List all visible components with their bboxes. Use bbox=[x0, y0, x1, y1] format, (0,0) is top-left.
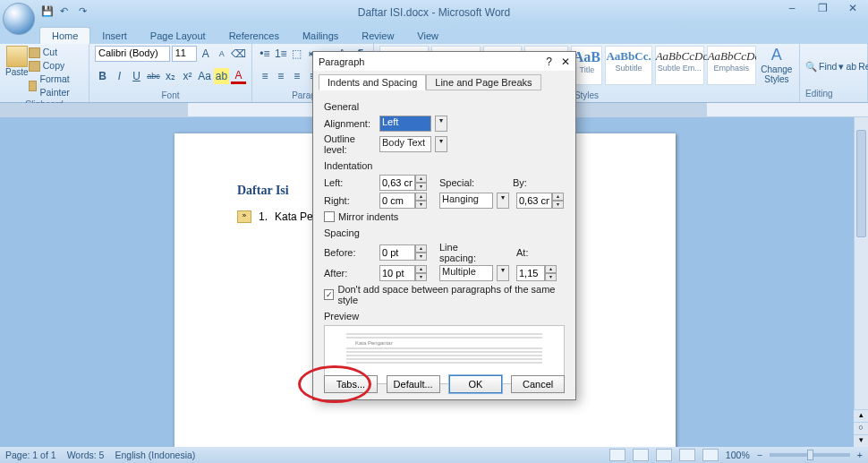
mirror-indents-check[interactable]: Mirror indents bbox=[324, 211, 565, 222]
align-left-button[interactable]: ≡ bbox=[258, 68, 272, 84]
change-case-button[interactable]: Aa bbox=[197, 68, 212, 84]
font-color-button[interactable]: A bbox=[231, 68, 246, 84]
underline-button[interactable]: U bbox=[129, 68, 144, 84]
spin-down-icon[interactable]: ▾ bbox=[415, 201, 427, 209]
spin-down-icon[interactable]: ▾ bbox=[415, 253, 427, 261]
language-status[interactable]: English (Indonesia) bbox=[115, 450, 195, 460]
no-space-check[interactable]: ✓ Don't add space between paragraphs of … bbox=[324, 284, 565, 305]
draft-view[interactable] bbox=[702, 449, 719, 461]
paste-button[interactable]: Paste bbox=[5, 46, 29, 99]
by-input[interactable] bbox=[516, 193, 552, 209]
strike-button[interactable]: abc bbox=[146, 68, 161, 84]
checkbox-icon[interactable] bbox=[324, 211, 335, 222]
save-icon[interactable]: 💾 bbox=[41, 5, 55, 20]
change-styles-button[interactable]: A Change Styles bbox=[760, 46, 794, 87]
spin-up-icon[interactable]: ▴ bbox=[552, 193, 564, 201]
left-indent-spin[interactable]: ▴▾ bbox=[379, 175, 427, 191]
numbering-button[interactable]: 1≡ bbox=[274, 46, 288, 62]
by-spin[interactable]: ▴▾ bbox=[516, 193, 564, 209]
right-indent-spin[interactable]: ▴▾ bbox=[379, 193, 427, 209]
dialog-titlebar[interactable]: Paragraph ? ✕ bbox=[313, 52, 575, 71]
zoom-handle[interactable] bbox=[807, 450, 813, 460]
ok-button[interactable]: OK bbox=[449, 375, 503, 393]
bold-button[interactable]: B bbox=[95, 68, 110, 84]
cancel-button[interactable]: Cancel bbox=[511, 375, 565, 393]
next-page-button[interactable]: ▾ bbox=[854, 434, 868, 447]
page-status[interactable]: Page: 1 of 1 bbox=[5, 450, 56, 460]
spin-down-icon[interactable]: ▾ bbox=[415, 273, 427, 281]
bullets-button[interactable]: •≡ bbox=[258, 46, 272, 62]
browse-object-button[interactable]: ○ bbox=[854, 422, 868, 434]
tab-page-layout[interactable]: Page Layout bbox=[139, 28, 217, 44]
align-right-button[interactable]: ≡ bbox=[290, 68, 304, 84]
left-indent-input[interactable] bbox=[379, 175, 415, 191]
spin-down-icon[interactable]: ▾ bbox=[415, 183, 427, 191]
restore-button[interactable]: ❐ bbox=[811, 2, 834, 14]
tab-home[interactable]: Home bbox=[39, 27, 90, 44]
zoom-out-button[interactable]: − bbox=[757, 450, 762, 460]
shrink-font-button[interactable]: A bbox=[215, 46, 229, 62]
spin-up-icon[interactable]: ▴ bbox=[415, 265, 427, 273]
chevron-down-icon[interactable]: ▾ bbox=[435, 116, 447, 132]
style-subtle-em[interactable]: AaBbCcDcSubtle Em... bbox=[655, 46, 704, 85]
web-layout-view[interactable] bbox=[656, 449, 672, 461]
full-screen-view[interactable] bbox=[633, 449, 649, 461]
checkbox-checked-icon[interactable]: ✓ bbox=[324, 289, 334, 300]
font-name-combo[interactable]: Calibri (Body) bbox=[95, 46, 170, 62]
clear-format-button[interactable]: ⌫ bbox=[231, 46, 246, 62]
style-emphasis[interactable]: AaBbCcDcEmphasis bbox=[707, 46, 756, 85]
highlight-button[interactable]: ab bbox=[214, 68, 229, 84]
at-input[interactable] bbox=[516, 265, 545, 281]
subscript-button[interactable]: x₂ bbox=[163, 68, 178, 84]
before-input[interactable] bbox=[379, 244, 415, 261]
special-select[interactable]: Hanging bbox=[439, 193, 493, 209]
right-indent-input[interactable] bbox=[379, 193, 415, 209]
align-center-button[interactable]: ≡ bbox=[274, 68, 288, 84]
default-button[interactable]: Default... bbox=[387, 375, 440, 393]
tab-insert[interactable]: Insert bbox=[90, 28, 139, 44]
after-spin[interactable]: ▴▾ bbox=[379, 265, 427, 281]
grow-font-button[interactable]: A bbox=[199, 46, 213, 62]
spin-up-icon[interactable]: ▴ bbox=[415, 244, 427, 253]
outline-select[interactable]: Body Text bbox=[379, 136, 431, 152]
tab-indents-spacing[interactable]: Indents and Spacing bbox=[319, 74, 426, 90]
italic-button[interactable]: I bbox=[112, 68, 127, 84]
tab-references[interactable]: References bbox=[217, 28, 291, 44]
line-spacing-select[interactable]: Multiple bbox=[439, 265, 493, 281]
cut-button[interactable]: Cut bbox=[29, 46, 83, 59]
scroll-thumb[interactable] bbox=[856, 130, 866, 237]
zoom-in-button[interactable]: + bbox=[857, 450, 863, 460]
dialog-close-button[interactable]: ✕ bbox=[561, 56, 570, 68]
minimize-button[interactable]: – bbox=[780, 2, 804, 14]
zoom-slider[interactable] bbox=[770, 453, 850, 457]
chevron-down-icon[interactable]: ▾ bbox=[435, 136, 447, 152]
dialog-help-button[interactable]: ? bbox=[546, 56, 552, 68]
format-painter-button[interactable]: Format Painter bbox=[29, 73, 83, 99]
word-count[interactable]: Words: 5 bbox=[67, 450, 105, 460]
alignment-select[interactable]: Left bbox=[379, 116, 431, 132]
vertical-scrollbar[interactable]: ▴ ○ ▾ bbox=[854, 117, 868, 447]
spin-up-icon[interactable]: ▴ bbox=[415, 193, 427, 201]
zoom-level[interactable]: 100% bbox=[726, 450, 750, 460]
tab-review[interactable]: Review bbox=[350, 28, 405, 44]
tab-mailings[interactable]: Mailings bbox=[291, 28, 350, 44]
at-spin[interactable]: ▴▾ bbox=[516, 265, 557, 281]
after-input[interactable] bbox=[379, 265, 415, 281]
before-spin[interactable]: ▴▾ bbox=[379, 244, 427, 261]
find-button[interactable]: 🔍Find ▾ bbox=[805, 60, 844, 73]
font-size-combo[interactable]: 11 bbox=[172, 46, 197, 62]
spin-up-icon[interactable]: ▴ bbox=[545, 265, 557, 273]
prev-page-button[interactable]: ▴ bbox=[854, 409, 868, 422]
tabs-button[interactable]: Tabs... bbox=[324, 375, 378, 393]
chevron-down-icon[interactable]: ▾ bbox=[497, 265, 509, 281]
superscript-button[interactable]: x² bbox=[180, 68, 195, 84]
undo-icon[interactable]: ↶ bbox=[60, 5, 74, 20]
print-layout-view[interactable] bbox=[609, 449, 625, 461]
spin-down-icon[interactable]: ▾ bbox=[545, 273, 557, 281]
chevron-down-icon[interactable]: ▾ bbox=[497, 193, 509, 209]
office-button[interactable] bbox=[3, 3, 35, 35]
close-button[interactable]: ✕ bbox=[841, 2, 864, 14]
spin-up-icon[interactable]: ▴ bbox=[415, 175, 427, 183]
copy-button[interactable]: Copy bbox=[29, 59, 83, 73]
redo-icon[interactable]: ↷ bbox=[79, 5, 93, 20]
